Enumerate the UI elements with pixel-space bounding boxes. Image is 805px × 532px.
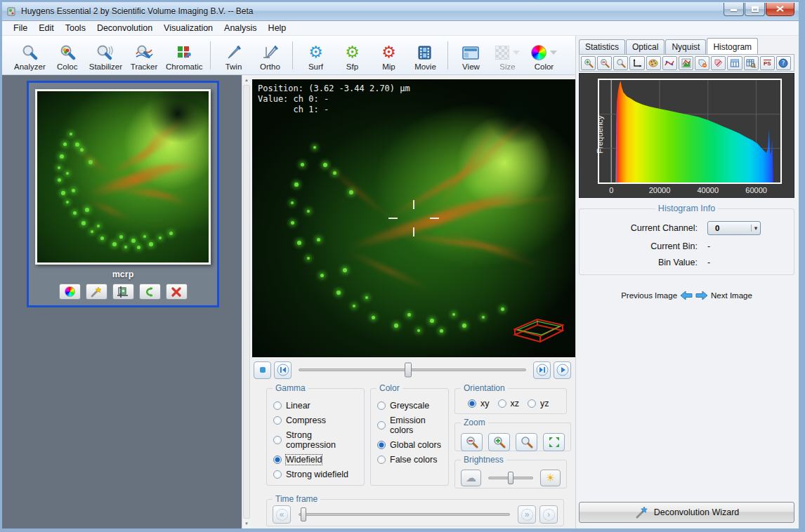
radio-dot[interactable]	[273, 416, 282, 425]
zoom-in-button[interactable]	[581, 56, 596, 70]
radio-xz[interactable]: xz	[498, 399, 520, 408]
menu-analysis[interactable]: Analysis	[218, 22, 263, 34]
delete-button[interactable]	[166, 284, 188, 300]
radio-false-colors[interactable]: False colors	[377, 455, 442, 465]
plot-style-button[interactable]	[679, 56, 693, 70]
brightness-slider-thumb[interactable]	[508, 472, 513, 484]
tab-optical[interactable]: Optical	[626, 39, 665, 54]
menu-tools[interactable]: Tools	[60, 22, 91, 34]
mip-button[interactable]: ⚙Mip	[370, 39, 407, 72]
radio-dot[interactable]	[377, 421, 386, 430]
radio-strong-widefield[interactable]: Strong widefield	[273, 470, 358, 479]
vertical-scrollbar[interactable]: ▲ ▼	[242, 75, 251, 528]
radio-compress[interactable]: Compress	[273, 415, 358, 425]
radio-dot[interactable]	[273, 455, 282, 464]
postscript-export-button[interactable]: PS	[760, 56, 775, 70]
zoom-fit-button[interactable]	[543, 433, 565, 451]
sfp-button[interactable]: ⚙Sfp	[334, 39, 370, 72]
radio-strong-compression[interactable]: Strong compression	[273, 430, 358, 450]
label-erase-button[interactable]	[711, 56, 726, 70]
brightness-slider[interactable]	[488, 477, 533, 479]
previous-image-button[interactable]	[680, 291, 693, 300]
help-button[interactable]: ?	[776, 56, 791, 70]
radio-dot[interactable]	[528, 399, 536, 408]
surf-button[interactable]: ⚙Surf	[297, 39, 334, 72]
stabilizer-button[interactable]: Stabilizer	[86, 39, 126, 72]
tab-nyquist[interactable]: Nyquist	[665, 39, 706, 54]
current-channel-select[interactable]: 0 ▾	[707, 221, 761, 235]
minimize-button[interactable]	[724, 3, 744, 16]
movie-button[interactable]: Movie	[407, 39, 443, 72]
table-inspect-button[interactable]	[744, 56, 759, 70]
tracker-button[interactable]: Tracker	[126, 39, 162, 72]
zoom-out-button[interactable]	[597, 56, 612, 70]
brightness-down-button[interactable]: ☁	[461, 470, 481, 486]
scroll-track[interactable]	[243, 85, 250, 519]
crop-button[interactable]	[112, 284, 134, 300]
colormap-button[interactable]	[59, 284, 81, 300]
size-button[interactable]: Size	[489, 39, 525, 72]
tab-statistics[interactable]: Statistics	[579, 39, 625, 54]
slice-slider[interactable]	[299, 368, 526, 371]
zoom-in-button[interactable]	[488, 433, 510, 451]
image-viewport[interactable]: Position: (3.62 -3.44 2.70) µm Value: ch…	[252, 79, 575, 357]
menu-deconvolution[interactable]: Deconvolution	[91, 22, 158, 34]
ortho-button[interactable]: Ortho	[251, 39, 288, 72]
radio-dot[interactable]	[377, 455, 386, 464]
radio-widefield[interactable]: Widefield	[273, 455, 358, 465]
play-frames-button[interactable]: ›	[539, 505, 558, 524]
slice-marker-button[interactable]	[254, 361, 271, 379]
image-card[interactable]: mcrp	[27, 81, 219, 307]
maximize-button[interactable]	[745, 3, 765, 16]
radio-yz[interactable]: yz	[528, 399, 549, 408]
analyzer-button[interactable]: Analyzer	[11, 39, 49, 72]
zoom-reset-button[interactable]	[613, 56, 628, 70]
play-button[interactable]	[554, 361, 571, 379]
table-button[interactable]	[727, 56, 742, 70]
tab-histogram[interactable]: Histogram	[707, 38, 758, 54]
twin-button[interactable]: Twin	[215, 39, 251, 72]
deconvolution-wizard-button[interactable]: Deconvolution Wizard	[579, 502, 794, 523]
time-frame-slider-thumb[interactable]	[301, 507, 306, 521]
radio-dot[interactable]	[377, 401, 386, 410]
slice-slider-thumb[interactable]	[405, 363, 412, 378]
color-button[interactable]: Color	[525, 39, 562, 72]
palette-button[interactable]	[646, 56, 661, 70]
menu-visualization[interactable]: Visualization	[158, 22, 218, 34]
radio-emission-colors[interactable]: Emission colors	[377, 415, 442, 435]
menu-edit[interactable]: Edit	[33, 22, 60, 34]
link-button[interactable]	[139, 284, 161, 300]
radio-dot[interactable]	[273, 436, 282, 444]
chromatic-button[interactable]: Chromatic	[162, 39, 206, 72]
radio-dot[interactable]	[377, 441, 386, 449]
radio-greyscale[interactable]: Greyscale	[377, 401, 442, 411]
label-remove-button[interactable]	[695, 56, 709, 70]
coloc-button[interactable]: Coloc	[49, 39, 86, 72]
radio-dot[interactable]	[468, 399, 476, 408]
zoom-out-button[interactable]	[461, 433, 483, 451]
curve-edit-button[interactable]	[662, 56, 677, 70]
zoom-reset-button[interactable]	[516, 433, 537, 451]
view-button[interactable]: View	[452, 39, 489, 72]
edit-wand-button[interactable]	[86, 284, 107, 300]
brightness-up-button[interactable]: ☀	[540, 470, 561, 486]
menu-help[interactable]: Help	[263, 22, 292, 34]
axes-button[interactable]	[629, 56, 644, 70]
scroll-up-icon[interactable]: ▲	[242, 75, 251, 85]
first-slice-button[interactable]	[274, 361, 292, 379]
radio-linear[interactable]: Linear	[273, 401, 358, 411]
radio-dot[interactable]	[498, 399, 506, 408]
image-thumbnail[interactable]	[35, 89, 211, 265]
time-frame-slider[interactable]	[299, 513, 510, 516]
radio-dot[interactable]	[273, 470, 282, 479]
menu-file[interactable]: File	[8, 22, 33, 34]
radio-xy[interactable]: xy	[468, 399, 490, 408]
next-frame-button[interactable]: »	[518, 505, 536, 524]
last-slice-button[interactable]	[533, 361, 551, 379]
previous-frame-button[interactable]: «	[273, 505, 291, 524]
scroll-down-icon[interactable]: ▼	[242, 519, 251, 528]
next-image-button[interactable]	[695, 291, 708, 300]
radio-global-colors[interactable]: Global colors	[377, 440, 442, 450]
close-button[interactable]	[766, 3, 794, 16]
radio-dot[interactable]	[273, 401, 282, 410]
